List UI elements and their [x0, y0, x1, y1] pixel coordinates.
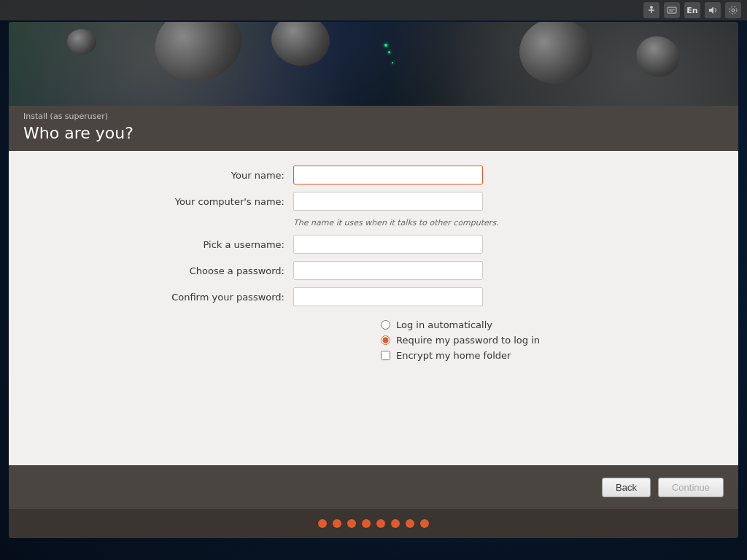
computer-name-row: Your computer's name:: [133, 192, 614, 211]
progress-dot-1: [318, 519, 327, 528]
login-auto-option[interactable]: Log in automatically: [381, 319, 492, 330]
confirm-password-label: Confirm your password:: [133, 292, 293, 303]
installer-window: Install (as superuser) Who are you? Your…: [9, 22, 738, 538]
require-password-label: Require my password to log in: [396, 335, 540, 346]
progress-dot-6: [391, 519, 400, 528]
password-label: Choose a password:: [133, 265, 293, 276]
confirm-password-input[interactable]: [293, 287, 483, 306]
accessibility-icon[interactable]: [643, 2, 659, 18]
form-container: Your name: Your computer's name: The nam…: [9, 166, 738, 365]
login-auto-label: Log in automatically: [396, 319, 492, 330]
progress-dot-8: [420, 519, 429, 528]
back-button[interactable]: Back: [602, 478, 651, 497]
page-title: Who are you?: [23, 124, 724, 142]
password-input[interactable]: [293, 261, 483, 280]
progress-dot-4: [362, 519, 371, 528]
svg-point-7: [732, 9, 735, 12]
encrypt-option[interactable]: Encrypt my home folder: [381, 350, 511, 361]
encrypt-label: Encrypt my home folder: [396, 350, 511, 361]
username-label: Pick a username:: [133, 239, 293, 250]
require-password-option[interactable]: Require my password to log in: [381, 335, 540, 346]
confirm-password-row: Confirm your password:: [133, 287, 614, 306]
svg-rect-3: [667, 7, 676, 13]
progress-dots-bar: [9, 509, 738, 538]
login-options: Log in automatically Require my password…: [381, 319, 600, 365]
settings-icon[interactable]: [725, 2, 741, 18]
encrypt-checkbox[interactable]: [381, 351, 390, 360]
header-bar: Install (as superuser) Who are you?: [9, 106, 738, 151]
keyboard-layout-icon[interactable]: [664, 2, 680, 18]
progress-dot-3: [347, 519, 356, 528]
username-row: Pick a username:: [133, 235, 614, 254]
login-auto-radio[interactable]: [381, 320, 390, 330]
bottom-button-bar: Back Continue: [9, 465, 738, 509]
computer-name-hint-row: The name it uses when it talks to other …: [133, 218, 614, 228]
window-subtitle: Install (as superuser): [23, 112, 724, 121]
asteroid-banner: [9, 22, 738, 106]
progress-dot-7: [406, 519, 414, 528]
svg-point-0: [650, 6, 653, 9]
progress-dot-2: [333, 519, 341, 528]
top-system-bar: En: [0, 0, 747, 20]
language-icon[interactable]: En: [684, 2, 700, 18]
language-label: En: [686, 6, 697, 15]
computer-name-label: Your computer's name:: [133, 196, 293, 207]
username-input[interactable]: [293, 235, 483, 254]
computer-name-input[interactable]: [293, 192, 483, 211]
svg-marker-6: [709, 7, 713, 14]
computer-name-hint: The name it uses when it talks to other …: [293, 218, 499, 228]
progress-dot-5: [376, 519, 385, 528]
content-area: Your name: Your computer's name: The nam…: [9, 151, 738, 465]
password-row: Choose a password:: [133, 261, 614, 280]
your-name-input[interactable]: [293, 166, 483, 184]
svg-point-8: [729, 7, 737, 14]
your-name-label: Your name:: [133, 170, 293, 181]
continue-button[interactable]: Continue: [658, 478, 724, 497]
volume-icon[interactable]: [705, 2, 721, 18]
require-password-radio[interactable]: [381, 335, 390, 345]
your-name-row: Your name:: [133, 166, 614, 184]
